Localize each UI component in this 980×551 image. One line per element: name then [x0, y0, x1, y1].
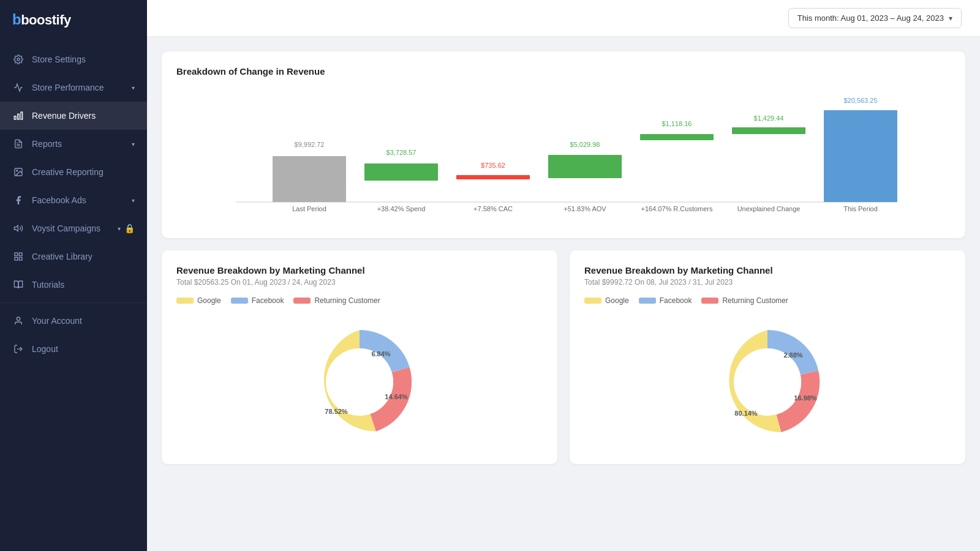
sidebar-item-store-performance[interactable]: Store Performance ▾: [0, 73, 147, 102]
logo-b: b: [12, 11, 21, 28]
legend-item-facebook-prev: Facebook: [639, 296, 692, 305]
legend-item-returning: Returning Customer: [293, 296, 380, 305]
legend-label-returning-prev: Returning Customer: [722, 296, 788, 305]
chevron-down-icon-voysit: ▾: [118, 225, 121, 232]
svg-text:This Period: This Period: [843, 205, 878, 212]
svg-text:6.84%: 6.84%: [371, 350, 390, 358]
person-icon: [12, 315, 24, 327]
donut-prev-subtitle: Total $9992.72 On 08, Jul 2023 / 31, Jul…: [584, 278, 951, 287]
google-color-dot: [176, 298, 194, 304]
chart-bar-icon: [12, 110, 24, 122]
sidebar-label-creative-reporting: Creative Reporting: [32, 167, 135, 177]
topbar: This month: Aug 01, 2023 – Aug 24, 2023 …: [147, 0, 980, 37]
book-icon: [12, 279, 24, 291]
nav-divider: [0, 302, 147, 303]
svg-rect-23: [456, 175, 530, 179]
sidebar-label-facebook-ads: Facebook Ads: [32, 195, 132, 205]
svg-point-7: [17, 170, 18, 171]
svg-text:$1,429.44: $1,429.44: [754, 114, 784, 122]
donut-current-card: Revenue Breakdown by Marketing Channel T…: [162, 250, 557, 464]
chevron-down-icon-fb: ▾: [132, 197, 135, 204]
donut-row: Revenue Breakdown by Marketing Channel T…: [162, 250, 965, 464]
svg-text:78.52%: 78.52%: [325, 408, 348, 415]
svg-rect-11: [19, 257, 22, 260]
chart-line-icon: [12, 81, 24, 94]
svg-rect-10: [19, 253, 22, 256]
waterfall-svg: $9,992.72 Last Period $3,728.57 +38.42% …: [176, 89, 951, 223]
legend-label-google-prev: Google: [605, 296, 629, 305]
donut-prev-card: Revenue Breakdown by Marketing Channel T…: [570, 250, 965, 464]
svg-rect-2: [18, 114, 20, 119]
svg-text:+164.07% R.Customers: +164.07% R.Customers: [641, 205, 713, 212]
donut-current-chart: 6.84% 14.64% 78.52%: [176, 315, 543, 449]
main-content: This month: Aug 01, 2023 – Aug 24, 2023 …: [147, 0, 980, 551]
returning-color-dot-prev: [701, 298, 718, 304]
donut-prev-svg: 2.88% 16.98% 80.14%: [700, 315, 835, 449]
svg-rect-9: [15, 253, 18, 256]
sidebar-label-tutorials: Tutorials: [32, 280, 135, 290]
svg-rect-17: [273, 156, 346, 202]
legend-label-facebook: Facebook: [252, 296, 284, 305]
svg-text:$9,992.72: $9,992.72: [295, 141, 325, 148]
legend-item-google-prev: Google: [584, 296, 629, 305]
legend-label-facebook-prev: Facebook: [660, 296, 692, 305]
returning-color-dot: [293, 298, 311, 304]
facebook-color-dot: [231, 298, 248, 304]
logo: bboostify: [0, 0, 147, 39]
date-range-picker[interactable]: This month: Aug 01, 2023 – Aug 24, 2023 …: [788, 8, 962, 28]
svg-rect-20: [364, 163, 438, 181]
legend-label-google: Google: [197, 296, 221, 305]
sidebar-item-tutorials[interactable]: Tutorials: [0, 271, 147, 299]
document-icon: [12, 138, 24, 150]
sidebar-label-creative-library: Creative Library: [32, 252, 135, 261]
sidebar-item-creative-reporting[interactable]: Creative Reporting: [0, 158, 147, 186]
image-icon: [12, 166, 24, 178]
sidebar-label-voysit-campaigns: Voysit Campaigns: [32, 223, 118, 233]
svg-text:+38.42% Spend: +38.42% Spend: [377, 205, 426, 212]
sidebar-item-logout[interactable]: Logout: [0, 335, 147, 363]
legend-label-returning: Returning Customer: [314, 296, 380, 305]
chevron-down-icon-reports: ▾: [132, 141, 135, 148]
svg-rect-35: [824, 110, 897, 202]
sidebar-label-logout: Logout: [32, 344, 135, 354]
donut-current-title: Revenue Breakdown by Marketing Channel: [176, 265, 543, 276]
sidebar-nav: Store Settings Store Performance ▾ Reven…: [0, 39, 147, 551]
sidebar-item-voysit-campaigns[interactable]: Voysit Campaigns ▾ 🔒: [0, 214, 147, 242]
sidebar-label-store-performance: Store Performance: [32, 83, 132, 92]
donut-current-svg: 6.84% 14.64% 78.52%: [292, 315, 427, 449]
sidebar-label-revenue-drivers: Revenue Drivers: [32, 111, 135, 121]
facebook-color-dot-prev: [639, 298, 656, 304]
facebook-icon: [12, 194, 24, 206]
svg-rect-26: [548, 155, 622, 178]
sidebar-item-store-settings[interactable]: Store Settings: [0, 45, 147, 73]
sidebar: bboostify Store Settings Store Performan…: [0, 0, 147, 551]
gear-icon: [12, 53, 24, 66]
svg-text:+51.83% AOV: +51.83% AOV: [564, 205, 606, 212]
svg-text:$735.62: $735.62: [481, 162, 505, 169]
waterfall-title: Breakdown of Change in Revenue: [176, 66, 951, 77]
date-range-text: This month: Aug 01, 2023 – Aug 24, 2023: [797, 13, 944, 23]
svg-rect-12: [15, 257, 18, 260]
svg-text:80.14%: 80.14%: [734, 410, 758, 417]
donut-current-legend: Google Facebook Returning Customer: [176, 296, 543, 305]
svg-point-13: [17, 317, 20, 320]
svg-text:Unexplained Change: Unexplained Change: [737, 205, 801, 212]
svg-text:+7.58% CAC: +7.58% CAC: [473, 205, 513, 212]
svg-text:Last Period: Last Period: [292, 205, 326, 212]
legend-item-facebook: Facebook: [231, 296, 284, 305]
svg-text:2.88%: 2.88%: [783, 351, 802, 359]
svg-rect-3: [14, 116, 16, 119]
donut-prev-title: Revenue Breakdown by Marketing Channel: [584, 265, 951, 276]
sidebar-item-facebook-ads[interactable]: Facebook Ads ▾: [0, 186, 147, 214]
svg-rect-29: [640, 134, 714, 140]
sidebar-item-revenue-drivers[interactable]: Revenue Drivers: [0, 102, 147, 130]
legend-item-google: Google: [176, 296, 221, 305]
logout-icon: [12, 343, 24, 355]
sidebar-item-reports[interactable]: Reports ▾: [0, 130, 147, 158]
sidebar-item-your-account[interactable]: Your Account: [0, 307, 147, 335]
content-area: Breakdown of Change in Revenue $9,992.72…: [147, 37, 980, 551]
svg-text:14.64%: 14.64%: [385, 393, 408, 400]
sidebar-label-your-account: Your Account: [32, 316, 135, 326]
sidebar-item-creative-library[interactable]: Creative Library: [0, 242, 147, 271]
lock-icon: 🔒: [124, 223, 135, 233]
